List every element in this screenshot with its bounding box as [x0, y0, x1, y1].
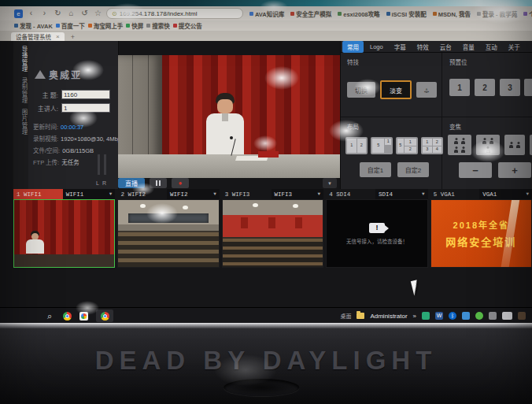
bookmark-item[interactable]: 发现 - AVAK [14, 21, 53, 30]
tab-effects[interactable]: 特效 [412, 41, 434, 53]
custom-layout-2-button[interactable]: 自定2 [397, 162, 429, 177]
bluetooth-icon[interactable]: ᛒ [449, 312, 456, 320]
tray-green-circle-icon[interactable] [475, 312, 483, 320]
bookmark-favicon-icon [290, 12, 294, 16]
fade-transition-button[interactable]: 淡变 [380, 80, 412, 99]
user-folder-label[interactable]: Administrator [370, 313, 407, 320]
tray-word-icon[interactable]: W [435, 312, 443, 320]
bookmark-item[interactable]: 个人所得税计 [523, 9, 532, 18]
cut-transition-button[interactable]: 切换 [347, 82, 375, 98]
tray-blue-app-icon[interactable] [462, 312, 470, 320]
layout-grid-button[interactable]: 1 2 3 4 [421, 137, 443, 154]
browser-logo-icon[interactable]: e [14, 9, 23, 18]
tray-misc-icon[interactable] [518, 312, 526, 320]
printer-icon[interactable] [489, 312, 497, 320]
channel-tag[interactable]: 5 VGA1 [430, 189, 480, 199]
tab-common[interactable]: 常用 [342, 41, 364, 53]
bookmark-item[interactable]: AVA知识库 [249, 9, 284, 18]
browser-tab[interactable]: 设备管理系统 × [11, 32, 65, 41]
channel-source-select[interactable]: WIFI1 ▼ [63, 189, 116, 199]
channel-source-select[interactable]: WIFI2 ▼ [167, 189, 220, 199]
channel-tag[interactable]: 2 WIFI2 [117, 189, 167, 199]
channel-source-select[interactable]: SDI4 ▼ [375, 189, 428, 199]
forward-icon[interactable]: › [39, 9, 50, 18]
sidebar-item-recording[interactable]: 录制管理 [13, 77, 28, 104]
training-slide: 2018年全省 网络安全培训 [431, 200, 531, 267]
bookmark-item[interactable]: 登录 - 教学苑 [477, 9, 517, 18]
layout-split-button[interactable]: 1 2 [345, 137, 368, 154]
battery-icon[interactable] [502, 312, 512, 320]
chrome-icon[interactable] [63, 312, 72, 321]
zoom-two-button[interactable] [504, 135, 525, 155]
channel-thumbnail[interactable] [117, 199, 219, 268]
bookmark-item[interactable]: MSDN, 我告 [433, 9, 471, 18]
preset-1-button[interactable]: 1 [449, 79, 470, 96]
channel-tag[interactable]: 4 SDI4 [326, 189, 375, 199]
tray-overflow-icon[interactable]: » [413, 313, 416, 320]
channel-thumbnail[interactable] [222, 199, 323, 268]
bookmark-item[interactable]: 快屏 [126, 21, 143, 30]
sidebar-item-images[interactable]: 图片管理 [13, 109, 28, 135]
sidebar-item-director[interactable]: 导播管理 [13, 46, 28, 72]
channel-wifi2: 2 WIFI2 WIFI2 ▼ [117, 189, 219, 268]
bookmark-item[interactable]: 提交公告 [173, 21, 202, 30]
brand-name: 奥威亚 [49, 68, 82, 81]
zoom-wide-button[interactable] [448, 135, 471, 155]
channel-source-select[interactable]: VGA1 ▼ [479, 189, 532, 199]
new-tab-icon[interactable]: + [71, 33, 75, 41]
channel-tag[interactable]: 1 WIFI1 [13, 189, 63, 199]
channel-tag[interactable]: 3 WIFI3 [222, 189, 272, 199]
tab-interact[interactable]: 互动 [481, 41, 502, 53]
desktop-label[interactable]: 桌面 [340, 312, 351, 320]
bookmark-item[interactable]: 淘宝网上手 [88, 21, 124, 30]
active-browser-task-icon[interactable] [96, 309, 113, 322]
zoom-in-button[interactable]: + [498, 162, 531, 178]
bookmark-item[interactable]: 搜索快 [146, 21, 170, 30]
bookmark-star-icon[interactable]: ☆ [93, 9, 103, 18]
pan-move-button[interactable]: ↔ ↕ [416, 82, 437, 98]
tab-volume[interactable]: 音量 [458, 41, 479, 53]
tab-about[interactable]: 关于 [504, 41, 525, 53]
tab-close-icon[interactable]: × [56, 33, 60, 40]
home-icon[interactable]: ⌂ [66, 9, 76, 18]
desk [14, 254, 114, 267]
address-bar[interactable]: ⊙ 169.254.178.178/index.html [106, 8, 243, 19]
channel-thumbnail[interactable]: 2018年全省 网络安全培训 [430, 199, 532, 268]
search-icon[interactable]: ⌕ [47, 312, 55, 320]
photos-app-icon[interactable] [79, 312, 88, 321]
pause-button[interactable] [150, 178, 167, 188]
topic-input[interactable] [61, 90, 110, 99]
back-icon[interactable]: ‹ [26, 9, 36, 18]
layout-pip-button[interactable]: 5 1 [371, 137, 393, 154]
tray-green-app-icon[interactable] [422, 312, 430, 320]
channel-source-select[interactable]: WIFI3 ▼ [272, 189, 324, 199]
zoom-medium-button[interactable] [476, 135, 500, 155]
history-icon[interactable]: ↺ [79, 9, 90, 18]
live-button[interactable]: 直播 [118, 178, 145, 188]
preset-2-button[interactable]: 2 [475, 79, 495, 96]
bookmark-item[interactable]: iSCSI 安装配 [386, 9, 427, 18]
program-preview-video[interactable] [118, 55, 340, 178]
bookmark-item[interactable]: 安全生产模拟 [290, 9, 331, 18]
channel-thumbnail[interactable]: ! 无信号接入，请检查设备！ [326, 199, 427, 268]
layout-column-button[interactable]: 1 5 2 [396, 137, 418, 154]
record-button[interactable]: ● [172, 178, 189, 188]
stat-value: 0GB/115GB [62, 147, 94, 154]
bookmark-item[interactable]: 百度一下 [56, 21, 85, 30]
video-options-dropdown[interactable]: ▼ [323, 178, 337, 188]
folder-icon[interactable] [357, 313, 364, 319]
zoom-out-button[interactable]: − [459, 162, 492, 178]
channel-thumbnail[interactable] [13, 199, 115, 268]
tab-logo[interactable]: Logo [365, 42, 388, 52]
ceiling-light [183, 206, 188, 209]
custom-layout-1-button[interactable]: 自定1 [360, 162, 391, 177]
tab-ptz[interactable]: 云台 [435, 41, 456, 53]
tab-subtitle[interactable]: 字幕 [390, 41, 411, 53]
preset-3-button[interactable]: 3 [500, 79, 520, 96]
monitor-bezel: DEAD BY DAYLIGHT [0, 328, 532, 404]
url-text[interactable]: 169.254.178.178/index.html [120, 10, 198, 17]
speaker-input[interactable] [61, 103, 110, 113]
refresh-icon[interactable]: ↻ [53, 9, 63, 18]
bookmark-item[interactable]: esxi2008攻略 [338, 9, 379, 18]
preset-4-button[interactable]: 4 [524, 79, 532, 96]
